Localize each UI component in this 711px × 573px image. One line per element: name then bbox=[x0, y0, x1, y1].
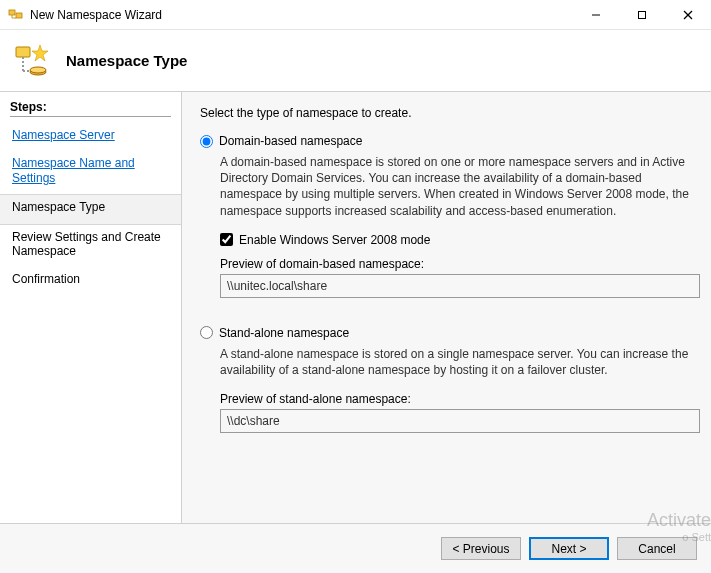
standalone-radio[interactable] bbox=[200, 326, 213, 339]
wizard-icon bbox=[12, 41, 52, 81]
domain-radio-label: Domain-based namespace bbox=[219, 134, 362, 148]
steps-header: Steps: bbox=[10, 100, 171, 117]
step-confirmation: Confirmation bbox=[10, 267, 171, 295]
domain-description: A domain-based namespace is stored on on… bbox=[220, 154, 691, 219]
next-button[interactable]: Next > bbox=[529, 537, 609, 560]
step-namespace-type: Namespace Type bbox=[0, 194, 181, 224]
content-panel: Select the type of namespace to create. … bbox=[182, 92, 711, 523]
standalone-radio-label: Stand-alone namespace bbox=[219, 326, 349, 340]
svg-rect-1 bbox=[16, 13, 22, 18]
domain-radio[interactable] bbox=[200, 135, 213, 148]
standalone-preview-label: Preview of stand-alone namespace: bbox=[220, 392, 691, 406]
standalone-description: A stand-alone namespace is stored on a s… bbox=[220, 346, 691, 378]
wizard-heading: Namespace Type bbox=[66, 52, 187, 69]
cancel-button[interactable]: Cancel bbox=[617, 537, 697, 560]
title-bar: New Namespace Wizard bbox=[0, 0, 711, 30]
minimize-button[interactable] bbox=[573, 0, 619, 29]
step-namespace-server[interactable]: Namespace Server bbox=[10, 123, 171, 151]
app-icon bbox=[8, 7, 24, 23]
enable-2008-row[interactable]: Enable Windows Server 2008 mode bbox=[220, 233, 691, 247]
step-review-create: Review Settings and Create Namespace bbox=[10, 225, 171, 268]
enable-2008-checkbox[interactable] bbox=[220, 233, 233, 246]
maximize-button[interactable] bbox=[619, 0, 665, 29]
domain-preview-label: Preview of domain-based namespace: bbox=[220, 257, 691, 271]
svg-point-10 bbox=[30, 67, 46, 73]
svg-rect-0 bbox=[9, 10, 15, 15]
standalone-radio-row[interactable]: Stand-alone namespace bbox=[200, 326, 691, 340]
wizard-footer: < Previous Next > Cancel bbox=[0, 523, 711, 573]
wizard-banner: Namespace Type bbox=[0, 30, 711, 92]
standalone-preview-value: \\dc\share bbox=[220, 409, 700, 433]
window-controls bbox=[573, 0, 711, 29]
steps-sidebar: Steps: Namespace Server Namespace Name a… bbox=[0, 92, 182, 523]
close-button[interactable] bbox=[665, 0, 711, 29]
previous-button[interactable]: < Previous bbox=[441, 537, 521, 560]
window-title: New Namespace Wizard bbox=[30, 8, 573, 22]
domain-option-block: Domain-based namespace A domain-based na… bbox=[200, 134, 691, 298]
intro-text: Select the type of namespace to create. bbox=[200, 106, 691, 120]
domain-preview-value: \\unitec.local\share bbox=[220, 274, 700, 298]
standalone-option-block: Stand-alone namespace A stand-alone name… bbox=[200, 326, 691, 433]
svg-rect-6 bbox=[16, 47, 30, 57]
enable-2008-label: Enable Windows Server 2008 mode bbox=[239, 233, 430, 247]
step-namespace-name-settings[interactable]: Namespace Name and Settings bbox=[10, 151, 171, 194]
domain-radio-row[interactable]: Domain-based namespace bbox=[200, 134, 691, 148]
svg-rect-3 bbox=[639, 11, 646, 18]
